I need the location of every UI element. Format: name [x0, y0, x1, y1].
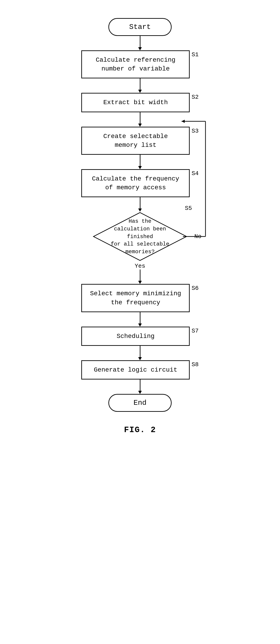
arrow-s8-to-end: [136, 380, 144, 394]
diagram-container: Start Calculate referencing number of va…: [0, 9, 280, 448]
decision-section: S5 Has the calculation been finished for…: [61, 212, 219, 261]
arrow-s2-to-s3: [136, 112, 144, 127]
s7-block: Scheduling S7: [81, 327, 198, 346]
s6-block: Select memory minimizing the frequency S…: [81, 284, 198, 312]
decision-text: Has the calculation been finished for al…: [106, 218, 174, 256]
figure-label: FIG. 2: [124, 425, 156, 434]
s2-label: S2: [192, 94, 198, 100]
feedback-arrow-right: [230, 183, 230, 184]
arrow-s3-to-s4: [136, 155, 144, 169]
s6-process: Select memory minimizing the frequency: [81, 284, 190, 312]
arrow-s7-to-s8: [136, 346, 144, 360]
arrow-s4-to-decision: [136, 197, 144, 212]
s2-block: Extract bit width S2: [81, 93, 198, 112]
arrow-s6-to-s7: [136, 312, 144, 327]
s8-label: S8: [192, 361, 198, 368]
s7-label: S7: [192, 328, 198, 334]
s1-process: Calculate referencing number of variable: [81, 50, 190, 78]
arrow-s4-to-s5-wrap: [136, 197, 144, 212]
s8-block: Generate logic circuit S8: [81, 360, 198, 380]
s3-process: Create selectable memory list: [81, 127, 190, 155]
arrow-s1-to-s2: [136, 78, 144, 93]
flowchart: Start Calculate referencing number of va…: [0, 18, 280, 412]
s4-block: Calculate the frequency of memory access…: [81, 169, 198, 197]
s1-label: S1: [192, 51, 198, 58]
start-terminal: Start: [108, 18, 172, 36]
feedback-loop-svg: [183, 212, 219, 261]
s3-block: Create selectable memory list S3: [81, 127, 198, 155]
s7-process: Scheduling: [81, 327, 190, 346]
yes-label: Yes: [135, 263, 146, 270]
s4-process: Calculate the frequency of memory access: [81, 169, 190, 197]
s3-label: S3: [192, 128, 198, 134]
s2-process: Extract bit width: [81, 93, 190, 112]
s6-label: S6: [192, 285, 198, 292]
arrow-decision-to-s6: [136, 270, 144, 284]
s5-label: S5: [185, 205, 192, 212]
decision-diamond: Has the calculation been finished for al…: [92, 212, 188, 261]
svg-marker-4: [182, 120, 185, 123]
s4-label: S4: [192, 170, 198, 177]
arrow-start-to-s1: [136, 36, 144, 50]
end-terminal: End: [108, 394, 172, 412]
s1-block: Calculate referencing number of variable…: [81, 50, 198, 78]
s8-process: Generate logic circuit: [81, 360, 190, 380]
